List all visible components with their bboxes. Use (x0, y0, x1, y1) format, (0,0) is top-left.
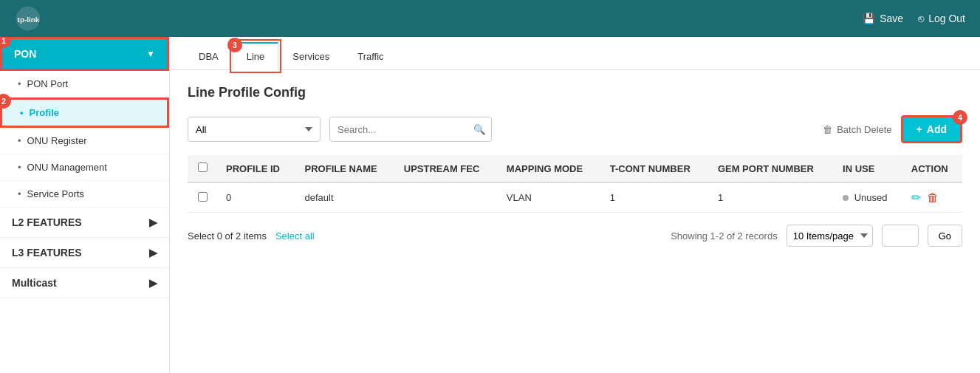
row-upstream-fec (395, 182, 498, 213)
profile-label: Profile (30, 107, 59, 118)
badge-3: 3 (227, 38, 242, 52)
add-icon: + (916, 123, 922, 135)
pon-menu-label: PON (14, 48, 36, 60)
tab-dba[interactable]: DBA (185, 43, 233, 70)
table-row: 0 default VLAN 1 1 Unused ✏ 🗑 (188, 182, 962, 213)
multicast-label: Multicast (12, 277, 57, 289)
sidebar-item-pon-port[interactable]: PON Port (0, 71, 169, 97)
svg-text:tp-link: tp-link (18, 16, 40, 24)
filter-dropdown[interactable]: All (188, 117, 321, 142)
search-icon: 🔍 (473, 124, 486, 135)
toolbar: All 🔍 🗑 Batch Delete (188, 115, 962, 143)
toolbar-left: All 🔍 (188, 117, 492, 142)
row-actions: ✏ 🗑 (902, 182, 962, 213)
row-checkbox[interactable] (198, 192, 208, 202)
pon-port-label: PON Port (27, 78, 69, 89)
pagination-info: Showing 1-2 of 2 records (671, 230, 778, 242)
header-actions: 💾 Save ⎋ Log Out (863, 13, 965, 24)
add-button-wrapper: 4 + Add (901, 115, 962, 143)
sidebar-item-service-ports[interactable]: Service Ports (0, 181, 169, 208)
sidebar-item-multicast[interactable]: Multicast ▶ (0, 268, 169, 298)
row-profile-id: 0 (217, 182, 296, 213)
col-action: ACTION (902, 155, 962, 182)
header: tp-link 💾 Save ⎋ Log Out (0, 0, 980, 37)
select-all-checkbox[interactable] (198, 162, 208, 172)
search-wrapper: 🔍 (329, 117, 492, 142)
table-footer: Select 0 of 2 items Select all Showing 1… (188, 225, 962, 247)
sidebar-item-l3-features[interactable]: L3 FEATURES ▶ (0, 238, 169, 268)
add-button[interactable]: 4 + Add (901, 115, 962, 143)
col-profile-id: PROFILE ID (217, 155, 296, 182)
badge-1: 1 (0, 37, 11, 48)
row-in-use: Unused (834, 182, 902, 213)
multicast-arrow-icon: ▶ (149, 277, 157, 289)
row-checkbox-cell[interactable] (188, 182, 217, 213)
tp-link-logo-icon: tp-link (15, 5, 41, 32)
row-profile-name: default (296, 182, 395, 213)
footer-right: Showing 1-2 of 2 records 10 Items/page20… (671, 225, 962, 247)
logout-button[interactable]: ⎋ Log Out (918, 13, 965, 24)
save-label: Save (880, 13, 903, 24)
data-table: PROFILE ID PROFILE NAME UPSTREAM FEC MAP… (188, 155, 962, 213)
onu-register-label: ONU Register (27, 135, 87, 146)
pon-arrow-icon: ▼ (146, 49, 155, 59)
l3-arrow-icon: ▶ (149, 247, 157, 259)
items-per-page-dropdown[interactable]: 10 Items/page20 Items/page50 Items/page (787, 225, 873, 247)
sidebar-item-pon[interactable]: 1 PON ▼ (0, 37, 169, 71)
tab-services[interactable]: Services (278, 43, 343, 70)
go-button[interactable]: Go (928, 225, 962, 247)
col-upstream-fec: UPSTREAM FEC (395, 155, 498, 182)
search-input[interactable] (329, 117, 492, 142)
toolbar-right: 🗑 Batch Delete 4 + Add (823, 115, 962, 143)
batch-delete-icon: 🗑 (823, 124, 832, 135)
select-count: Select 0 of 2 items (188, 230, 267, 242)
onu-management-label: ONU Management (27, 162, 107, 173)
save-icon: 💾 (863, 13, 875, 24)
col-gem-port-number: GEM PORT NUMBER (709, 155, 834, 182)
page-content: Line Profile Config All 🔍 🗑 Batch De (170, 70, 980, 373)
service-ports-label: Service Ports (27, 188, 84, 199)
status-dot (843, 195, 849, 201)
save-button[interactable]: 💾 Save (863, 13, 903, 24)
col-t-cont-number: T-CONT NUMBER (601, 155, 709, 182)
footer-left: Select 0 of 2 items Select all (188, 230, 315, 242)
tab-traffic[interactable]: Traffic (343, 43, 397, 70)
col-in-use: IN USE (834, 155, 902, 182)
logout-icon: ⎋ (918, 13, 924, 24)
row-t-cont-number[interactable]: 1 (601, 182, 709, 213)
l3-features-label: L3 FEATURES (12, 247, 82, 259)
select-all-checkbox-th[interactable] (188, 155, 217, 182)
select-all-link[interactable]: Select all (275, 230, 315, 242)
tabs-bar: DBA 3 Line Services Traffic (170, 37, 980, 70)
row-mapping-mode: VLAN (498, 182, 601, 213)
sidebar-item-l2-features[interactable]: L2 FEATURES ▶ (0, 208, 169, 238)
l2-arrow-icon: ▶ (149, 216, 157, 228)
delete-button[interactable]: 🗑 (927, 191, 939, 205)
row-gem-port-number[interactable]: 1 (709, 182, 834, 213)
edit-button[interactable]: ✏ (911, 191, 921, 205)
content-area: DBA 3 Line Services Traffic Line Profile… (170, 37, 980, 373)
page-number-input[interactable] (882, 225, 919, 247)
logout-label: Log Out (928, 13, 965, 24)
col-mapping-mode: MAPPING MODE (498, 155, 601, 182)
sidebar-item-onu-management[interactable]: ONU Management (0, 154, 169, 181)
batch-delete-button[interactable]: 🗑 Batch Delete (823, 124, 891, 135)
sidebar-item-onu-register[interactable]: ONU Register (0, 128, 169, 154)
batch-delete-label: Batch Delete (837, 124, 891, 135)
l2-features-label: L2 FEATURES (12, 216, 82, 228)
search-button[interactable]: 🔍 (473, 124, 486, 135)
tab-line[interactable]: 3 Line (233, 42, 279, 70)
badge-2: 2 (0, 94, 11, 109)
add-label: Add (927, 123, 947, 135)
table-body: 0 default VLAN 1 1 Unused ✏ 🗑 (188, 182, 962, 213)
col-profile-name: PROFILE NAME (296, 155, 395, 182)
page-title: Line Profile Config (188, 85, 962, 100)
action-buttons: ✏ 🗑 (911, 191, 953, 205)
main-layout: 1 PON ▼ PON Port 2 Profile ONU Register … (0, 37, 980, 373)
table-header: PROFILE ID PROFILE NAME UPSTREAM FEC MAP… (188, 155, 962, 182)
logo: tp-link (15, 5, 41, 32)
badge-4: 4 (953, 110, 967, 125)
sidebar-item-profile[interactable]: 2 Profile (0, 97, 169, 128)
sidebar: 1 PON ▼ PON Port 2 Profile ONU Register … (0, 37, 170, 373)
